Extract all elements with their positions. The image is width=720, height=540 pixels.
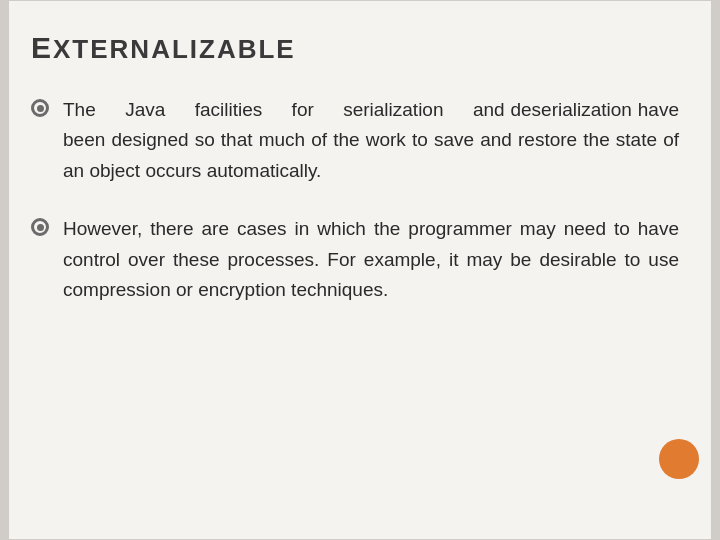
list-item: However, there are cases in which the pr… bbox=[31, 214, 679, 305]
slide-title: EXTERNALIZABLE bbox=[31, 31, 679, 65]
item-text-1: The Java facilities for serialization an… bbox=[63, 95, 679, 186]
slide: EXTERNALIZABLE The Java facilities for s… bbox=[0, 0, 720, 540]
border-left bbox=[1, 1, 9, 539]
list-item: The Java facilities for serialization an… bbox=[31, 95, 679, 186]
accent-circle bbox=[659, 439, 699, 479]
border-right bbox=[711, 1, 719, 539]
content-list: The Java facilities for serialization an… bbox=[31, 95, 679, 305]
bullet-icon bbox=[31, 99, 49, 117]
title-text: XTERNALIZABLE bbox=[53, 34, 296, 64]
bullet-icon bbox=[31, 218, 49, 236]
item-text-2: However, there are cases in which the pr… bbox=[63, 214, 679, 305]
